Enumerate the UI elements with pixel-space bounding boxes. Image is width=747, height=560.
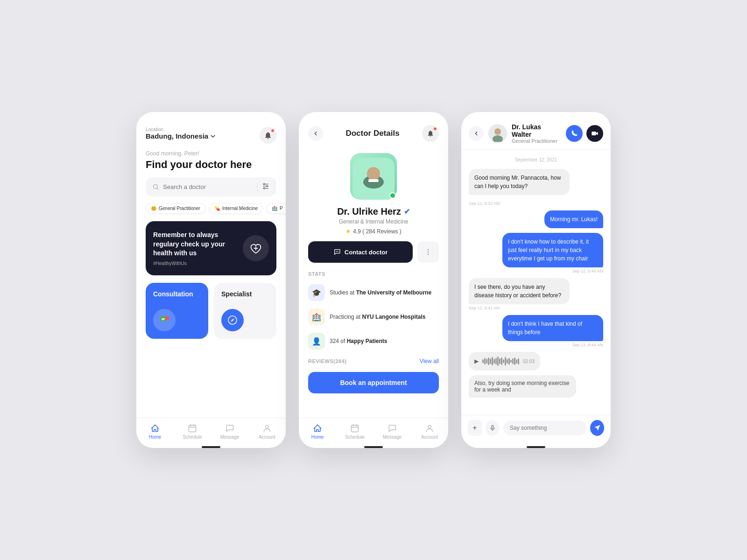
svg-point-35 bbox=[428, 425, 431, 428]
msg-bubble-5: I don't think I have that kind of things… bbox=[502, 315, 603, 341]
svg-point-37 bbox=[494, 128, 501, 135]
online-indicator bbox=[389, 192, 396, 199]
svg-rect-16 bbox=[189, 425, 196, 432]
msg-time-4: Sep 12, 8:41 AM bbox=[469, 306, 570, 310]
health-banner: Remember to always regulary check up you… bbox=[146, 221, 276, 275]
screen-doctor-details: Doctor Details Dr. Ulrike Herz ✔ General… bbox=[299, 112, 448, 448]
chat-input[interactable] bbox=[503, 420, 586, 435]
svg-point-25 bbox=[336, 251, 337, 252]
filter-button[interactable] bbox=[261, 182, 270, 192]
mic-icon bbox=[489, 425, 496, 431]
chat-back-button[interactable] bbox=[469, 126, 484, 141]
svg-point-26 bbox=[337, 251, 338, 252]
chat-bubble-icon bbox=[333, 248, 341, 256]
msg-sent-2: I don't know how to describe it, it just… bbox=[502, 233, 603, 273]
contact-btn-label: Contact doctor bbox=[345, 249, 388, 256]
bottom-nav-2: Home Schedule Message bbox=[299, 418, 448, 443]
svg-rect-39 bbox=[592, 132, 596, 135]
phone-icon bbox=[571, 130, 578, 137]
doctor-avatar-img bbox=[489, 125, 506, 142]
hospital-icon-bg: 🏥 bbox=[308, 308, 325, 325]
back-button[interactable] bbox=[308, 126, 323, 141]
doctor-specialty: General & Internal Medicine bbox=[299, 218, 448, 225]
msg-time-5: Sep 12, 8:44 AM bbox=[502, 343, 603, 347]
wave-bar bbox=[486, 359, 487, 364]
wave-bar bbox=[497, 357, 499, 366]
svg-point-2 bbox=[267, 186, 268, 187]
send-button[interactable] bbox=[590, 420, 604, 436]
nav-account[interactable]: Account bbox=[255, 424, 279, 440]
message-icon-2 bbox=[388, 424, 397, 433]
doctor-rating: ★ 4.9 ( 284 Reviews ) bbox=[299, 228, 448, 235]
send-icon bbox=[594, 425, 600, 431]
home-icon-2 bbox=[313, 424, 322, 433]
nav-schedule[interactable]: Schedule bbox=[181, 424, 204, 440]
wave-bar bbox=[482, 359, 484, 363]
calendar-icon-2 bbox=[350, 424, 359, 433]
svg-point-30 bbox=[428, 254, 429, 255]
bottom-nav: Home Schedule Message bbox=[136, 418, 286, 443]
specialist-icon-wrap bbox=[221, 309, 244, 331]
wave-bar bbox=[516, 359, 517, 364]
audio-message: ▶ bbox=[469, 352, 540, 371]
doctor-name: Dr. Ulrike Herz ✔ bbox=[299, 206, 448, 217]
nav-message[interactable]: Message bbox=[218, 424, 241, 440]
tag-more[interactable]: 🏥P bbox=[267, 203, 286, 214]
account-icon bbox=[262, 424, 272, 433]
message-icon bbox=[225, 424, 234, 433]
nav-account-label: Account bbox=[259, 434, 275, 440]
nav2-message[interactable]: Message bbox=[381, 424, 404, 440]
bell-icon bbox=[264, 131, 272, 140]
tag-general[interactable]: 😊General Practitioner bbox=[146, 203, 205, 214]
book-appointment-button[interactable]: Book an appointment bbox=[308, 372, 439, 393]
microphone-button[interactable] bbox=[486, 420, 500, 436]
location-selector[interactable]: Badung, Indonesia bbox=[146, 132, 216, 140]
compass-icon bbox=[227, 315, 238, 326]
nav2-home-label: Home bbox=[311, 434, 324, 440]
date-divider: September 12, 2021 bbox=[469, 157, 603, 162]
home-indicator-3 bbox=[527, 446, 545, 448]
svg-point-29 bbox=[428, 252, 429, 252]
call-button[interactable] bbox=[566, 125, 583, 142]
video-call-button[interactable] bbox=[586, 125, 603, 142]
play-button[interactable]: ▶ bbox=[474, 358, 479, 364]
nav-home-label: Home bbox=[149, 434, 162, 440]
view-all-reviews[interactable]: View all bbox=[420, 358, 439, 364]
notification-dot-2 bbox=[433, 127, 437, 131]
svg-point-28 bbox=[428, 249, 429, 250]
location-text: Badung, Indonesia bbox=[146, 132, 208, 140]
patients-icon-bg: 👤 bbox=[308, 333, 325, 350]
search-icon bbox=[152, 183, 159, 190]
calendar-icon bbox=[188, 424, 197, 433]
notification-button-2[interactable] bbox=[422, 125, 439, 142]
svg-point-20 bbox=[266, 425, 269, 428]
wave-bar bbox=[499, 358, 500, 364]
greeting-text: Good morning, Peter! bbox=[136, 148, 286, 157]
attach-button[interactable]: + bbox=[468, 420, 482, 436]
wave-bar bbox=[493, 359, 495, 364]
msg-received-1: Good morning Mr. Pannacota, how can I he… bbox=[469, 169, 570, 195]
more-options-button[interactable] bbox=[417, 241, 439, 263]
wave-bar bbox=[507, 359, 508, 364]
verified-icon: ✔ bbox=[404, 207, 410, 216]
nav-schedule-label: Schedule bbox=[183, 434, 202, 440]
specialist-card[interactable]: Specialist bbox=[214, 283, 276, 339]
msg-received-2: I see there, do you have any disease his… bbox=[469, 278, 570, 310]
nav2-home[interactable]: Home bbox=[306, 424, 329, 440]
page-title: Find your doctor here bbox=[136, 157, 286, 177]
screen-chat: Dr. Lukas Walter General Practitioner bbox=[461, 112, 611, 448]
tag-internal[interactable]: 💊Internal Medicine bbox=[209, 203, 263, 214]
nav2-account[interactable]: Account bbox=[418, 424, 441, 440]
notification-button[interactable] bbox=[260, 127, 276, 144]
nav2-schedule[interactable]: Schedule bbox=[343, 424, 366, 440]
wave-bar bbox=[514, 357, 515, 365]
account-icon-2 bbox=[425, 424, 434, 433]
consultation-title: Consultation bbox=[153, 290, 201, 298]
contact-doctor-button[interactable]: Contact doctor bbox=[308, 241, 413, 263]
nav-home[interactable]: Home bbox=[143, 424, 167, 440]
consultation-card[interactable]: Consultation bbox=[146, 283, 208, 339]
stat-patients-text: 324 of Happy Patients bbox=[330, 338, 387, 344]
nav2-schedule-label: Schedule bbox=[345, 434, 365, 440]
search-input[interactable] bbox=[163, 183, 254, 190]
doctor-photo bbox=[350, 153, 397, 200]
